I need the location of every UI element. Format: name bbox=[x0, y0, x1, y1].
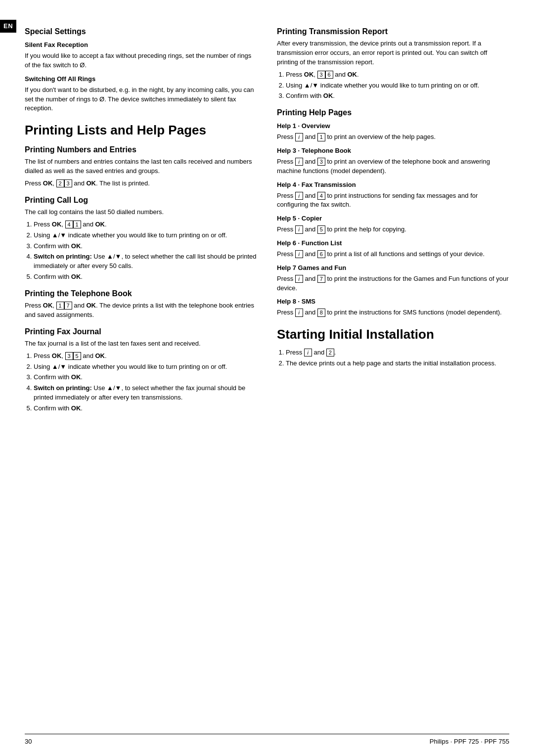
help3-text: Press i and 3 to print an overview of th… bbox=[277, 157, 509, 176]
help8-heading: Help 8 · SMS bbox=[277, 298, 509, 306]
fax-journal-step-4: Switch on printing: Use ▲/▼, to select w… bbox=[34, 384, 257, 402]
left-column: Special Settings Silent Fax Reception If… bbox=[25, 20, 257, 416]
call-log-step-5: Confirm with OK. bbox=[34, 272, 257, 282]
telephone-book-title: Printing the Telephone Book bbox=[25, 289, 257, 298]
en-tab: EN bbox=[0, 20, 16, 33]
brand-info: Philips · PPF 725 · PPF 755 bbox=[430, 737, 509, 746]
help6-text: Press i and 6 to print a list of all fun… bbox=[277, 250, 509, 259]
transmission-report-steps: Press OK, 36 and OK. Using ▲/▼ indicate … bbox=[286, 70, 509, 101]
fax-journal-step-5: Confirm with OK. bbox=[34, 404, 257, 413]
call-log-step-3: Confirm with OK. bbox=[34, 242, 257, 251]
silent-fax-text: If you would like to accept a fax withou… bbox=[25, 51, 257, 70]
call-log-steps: Press OK, 41 and OK. Using ▲/▼ indicate … bbox=[34, 220, 257, 282]
silent-fax-heading: Silent Fax Reception bbox=[25, 41, 257, 49]
call-log-step-2: Using ▲/▼ indicate whether you would lik… bbox=[34, 231, 257, 240]
fax-journal-step-2: Using ▲/▼ indicate whether you would lik… bbox=[34, 362, 257, 372]
transmission-report-title: Printing Transmission Report bbox=[277, 27, 509, 36]
transmission-step-2: Using ▲/▼ indicate whether you would lik… bbox=[286, 81, 509, 90]
help3-heading: Help 3 · Telephone Book bbox=[277, 147, 509, 155]
call-log-step-4: Switch on printing: Use ▲/▼, to select w… bbox=[34, 252, 257, 271]
call-log-title: Printing Call Log bbox=[25, 195, 257, 205]
transmission-report-text: After every transmission, the device pri… bbox=[277, 39, 509, 67]
page: EN Special Settings Silent Fax Reception… bbox=[0, 0, 534, 756]
printing-lists-title: Printing Lists and Help Pages bbox=[25, 123, 257, 138]
installation-step-2: The device prints out a help page and st… bbox=[286, 359, 509, 368]
help4-text: Press i and 4 to print instructions for … bbox=[277, 191, 509, 210]
transmission-step-3: Confirm with OK. bbox=[286, 91, 509, 101]
fax-journal-title: Printing Fax Journal bbox=[25, 327, 257, 336]
fax-journal-step-3: Confirm with OK. bbox=[34, 373, 257, 382]
help5-text: Press i and 5 to print the help for copy… bbox=[277, 225, 509, 234]
call-log-step-1: Press OK, 41 and OK. bbox=[34, 220, 257, 229]
switching-off-heading: Switching Off All Rings bbox=[25, 75, 257, 84]
installation-step-1: Press i and 2. bbox=[286, 348, 509, 357]
right-column: Printing Transmission Report After every… bbox=[277, 20, 509, 416]
starting-installation-title: Starting Initial Installation bbox=[277, 327, 509, 342]
fax-journal-steps: Press OK, 35 and OK. Using ▲/▼ indicate … bbox=[34, 352, 257, 413]
telephone-book-text: Press OK, 17 and OK. The device prints a… bbox=[25, 301, 257, 320]
numbers-entries-instruction: Press OK, 23 and OK. The list is printed… bbox=[25, 179, 257, 188]
help-pages-title: Printing Help Pages bbox=[277, 108, 509, 117]
page-number: 30 bbox=[25, 737, 32, 746]
help8-text: Press i and 8 to print the instructions … bbox=[277, 308, 509, 317]
help1-heading: Help 1 · Overview bbox=[277, 122, 509, 131]
help4-heading: Help 4 · Fax Transmission bbox=[277, 181, 509, 189]
fax-journal-step-1: Press OK, 35 and OK. bbox=[34, 352, 257, 361]
transmission-step-1: Press OK, 36 and OK. bbox=[286, 70, 509, 80]
help5-heading: Help 5 · Copier bbox=[277, 215, 509, 223]
starting-installation-steps: Press i and 2. The device prints out a h… bbox=[286, 348, 509, 368]
help7-heading: Help 7 Games and Fun bbox=[277, 264, 509, 272]
help6-heading: Help 6 · Function List bbox=[277, 239, 509, 248]
fax-journal-text: The fax journal is a list of the last te… bbox=[25, 339, 257, 349]
special-settings-title: Special Settings bbox=[25, 27, 257, 36]
help7-text: Press i and 7 to print the instructions … bbox=[277, 274, 509, 293]
call-log-text: The call log contains the last 50 dialle… bbox=[25, 208, 257, 217]
numbers-entries-text: The list of numbers and entries contains… bbox=[25, 157, 257, 176]
numbers-entries-title: Printing Numbers and Entries bbox=[25, 145, 257, 154]
help1-text: Press i and 1 to print an overview of th… bbox=[277, 133, 509, 142]
footer: 30 Philips · PPF 725 · PPF 755 bbox=[25, 734, 509, 746]
switching-off-text: If you don't want to be disturbed, e.g. … bbox=[25, 86, 257, 114]
